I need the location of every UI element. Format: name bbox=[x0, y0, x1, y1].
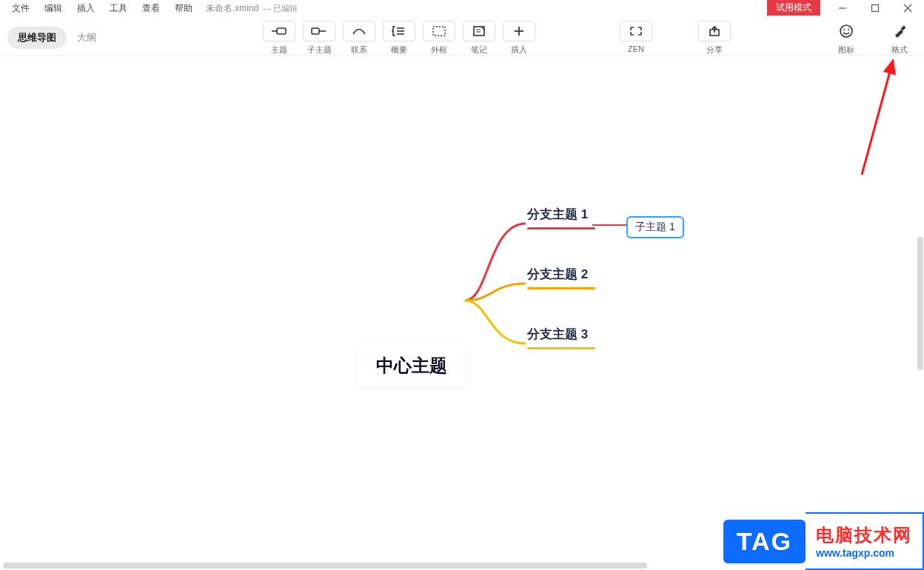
format-button[interactable]: 格式 bbox=[883, 21, 917, 56]
insert-button[interactable]: 插入 bbox=[502, 21, 536, 56]
menu-help[interactable]: 帮助 bbox=[167, 1, 200, 16]
share-button[interactable]: 分享 bbox=[697, 21, 732, 56]
subtopic-node-1[interactable]: 子主题 1 bbox=[626, 216, 684, 238]
toolbar-zen-share: ZEN 分享 bbox=[619, 21, 732, 56]
topic-label: 主题 bbox=[271, 44, 287, 56]
trial-badge: 试用模式 bbox=[767, 0, 820, 16]
menu-edit[interactable]: 编辑 bbox=[37, 1, 70, 16]
topic-icon bbox=[263, 21, 295, 41]
vertical-scrollbar[interactable] bbox=[917, 59, 924, 558]
svg-rect-21 bbox=[900, 25, 905, 30]
window-minimize-button[interactable] bbox=[826, 0, 859, 16]
zen-icon bbox=[620, 21, 652, 41]
plus-icon bbox=[503, 21, 535, 41]
mindmap-canvas[interactable]: 中心主题 分支主题 1 分支主题 2 分支主题 3 子主题 1 bbox=[0, 56, 924, 561]
center-topic[interactable]: 中心主题 bbox=[358, 343, 465, 388]
topic-button[interactable]: 主题 bbox=[262, 21, 296, 56]
toolbar-right: 图标 格式 bbox=[829, 21, 917, 56]
toolbar-strip: 思维导图 大纲 主题 子主题 联系 概要 外框 笔记 插入 bbox=[0, 16, 924, 56]
watermark-line1: 电脑技术网 bbox=[816, 523, 912, 547]
menu-tools[interactable]: 工具 bbox=[102, 1, 135, 16]
branch-topic-3[interactable]: 分支主题 3 bbox=[527, 326, 595, 349]
notes-label: 笔记 bbox=[471, 44, 487, 56]
summary-icon bbox=[383, 21, 415, 41]
menu-view[interactable]: 查看 bbox=[135, 1, 167, 16]
watermark: TAG 电脑技术网 www.tagxp.com bbox=[723, 512, 924, 570]
share-label: 分享 bbox=[706, 44, 723, 56]
menu-insert[interactable]: 插入 bbox=[70, 1, 102, 16]
svg-rect-4 bbox=[277, 28, 286, 34]
boundary-label: 外框 bbox=[431, 44, 447, 56]
svg-point-18 bbox=[840, 25, 852, 37]
notes-button[interactable]: 笔记 bbox=[462, 21, 496, 56]
relation-icon bbox=[343, 21, 375, 41]
icons-label: 图标 bbox=[838, 44, 854, 56]
relation-button[interactable]: 联系 bbox=[342, 21, 376, 56]
summary-button[interactable]: 概要 bbox=[382, 21, 416, 56]
svg-rect-1 bbox=[872, 5, 879, 12]
document-status: — 已编辑 bbox=[263, 3, 298, 14]
icons-button[interactable]: 图标 bbox=[829, 21, 863, 56]
branch-topic-3-label: 分支主题 3 bbox=[527, 327, 588, 341]
view-toggle: 思维导图 大纲 bbox=[7, 27, 107, 49]
zen-label: ZEN bbox=[628, 44, 644, 53]
watermark-line2: www.tagxp.com bbox=[816, 547, 912, 559]
svg-point-19 bbox=[843, 29, 845, 30]
document-name: 未命名.xmind bbox=[206, 2, 258, 15]
branch-topic-1-label: 分支主题 1 bbox=[527, 207, 588, 221]
relation-label: 联系 bbox=[351, 44, 367, 56]
branch-topic-1[interactable]: 分支主题 1 bbox=[527, 206, 595, 229]
main-toolbar: 主题 子主题 联系 概要 外框 笔记 插入 bbox=[262, 21, 536, 56]
svg-rect-6 bbox=[312, 28, 319, 34]
notes-icon bbox=[463, 21, 495, 41]
window-maximize-button[interactable] bbox=[859, 0, 891, 16]
subtopic-button[interactable]: 子主题 bbox=[302, 21, 336, 56]
share-icon bbox=[698, 21, 731, 41]
view-mindmap-tab[interactable]: 思维导图 bbox=[7, 27, 67, 49]
boundary-button[interactable]: 外框 bbox=[422, 21, 456, 56]
horizontal-scroll-thumb[interactable] bbox=[3, 563, 647, 569]
insert-label: 插入 bbox=[511, 44, 527, 56]
smile-icon bbox=[830, 21, 863, 41]
connectors bbox=[0, 56, 924, 561]
branch-topic-2-label: 分支主题 2 bbox=[527, 267, 588, 281]
view-outline-tab[interactable]: 大纲 bbox=[67, 27, 107, 49]
subtopic-label: 子主题 bbox=[307, 44, 332, 56]
svg-point-20 bbox=[848, 29, 849, 30]
brush-icon bbox=[883, 21, 916, 41]
annotation-arrow bbox=[751, 56, 899, 204]
zen-button[interactable]: ZEN bbox=[619, 21, 653, 56]
format-label: 格式 bbox=[891, 44, 908, 56]
vertical-scroll-thumb[interactable] bbox=[917, 237, 923, 370]
window-close-button[interactable] bbox=[891, 0, 924, 16]
svg-rect-11 bbox=[433, 27, 445, 36]
summary-label: 概要 bbox=[391, 44, 407, 56]
window-controls bbox=[826, 0, 924, 16]
boundary-icon bbox=[423, 21, 455, 41]
branch-topic-2[interactable]: 分支主题 2 bbox=[527, 266, 595, 289]
menu-file[interactable]: 文件 bbox=[4, 1, 37, 16]
subtopic-icon bbox=[303, 21, 335, 41]
watermark-tag: TAG bbox=[723, 520, 806, 563]
svg-line-23 bbox=[862, 61, 893, 175]
